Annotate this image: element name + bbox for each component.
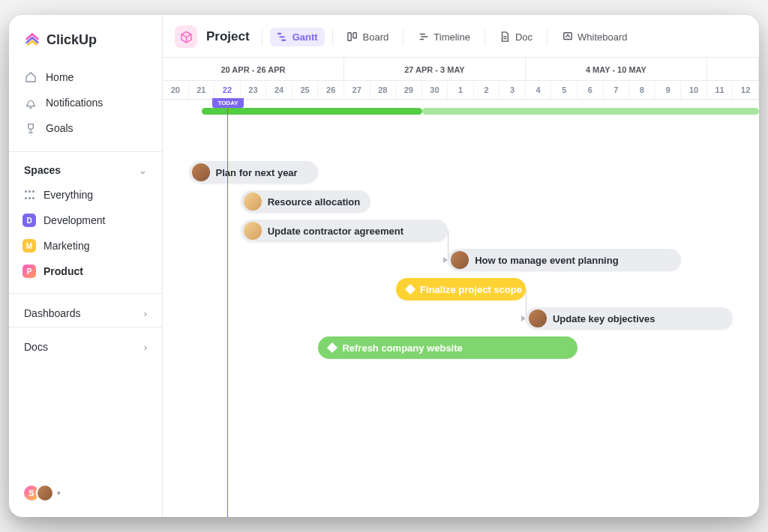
chevron-right-icon: ›: [144, 308, 147, 319]
grid-dots-icon: [22, 188, 36, 202]
sidebar-docs[interactable]: Docs ›: [9, 327, 162, 360]
task-bar[interactable]: Refresh company website: [318, 336, 578, 359]
today-line: [227, 108, 228, 517]
board-icon: [347, 31, 358, 43]
view-header: Project Gantt Board Timeline Doc: [163, 15, 759, 58]
docs-label: Docs: [24, 341, 136, 353]
avatar: [529, 309, 547, 327]
avatar: [244, 193, 262, 211]
view-label: Board: [363, 31, 389, 43]
task-label: Refresh company website: [342, 342, 462, 354]
week-label: 27 APR - 3 MAY: [344, 58, 526, 80]
day-cell[interactable]: 27: [344, 81, 370, 99]
today-pill: TODAY: [212, 98, 243, 108]
day-cell[interactable]: 9: [656, 81, 682, 99]
svg-rect-2: [281, 40, 286, 41]
space-label: Product: [44, 265, 83, 277]
chevron-right-icon: ›: [144, 342, 147, 353]
svg-rect-3: [348, 33, 351, 41]
day-cell[interactable]: 4: [526, 81, 552, 99]
space-badge: P: [22, 265, 36, 278]
view-doc[interactable]: Doc: [493, 28, 539, 46]
app-window: ClickUp Home Notifications Goals Spaces …: [9, 15, 759, 517]
sidebar-item-product[interactable]: P Product: [9, 259, 162, 284]
task-label: How to manage event planning: [475, 255, 618, 266]
spaces-header[interactable]: Spaces ⌄: [9, 151, 162, 182]
day-cell[interactable]: 24: [266, 81, 292, 99]
nav-goals[interactable]: Goals: [16, 115, 154, 141]
view-gantt[interactable]: Gantt: [270, 28, 325, 46]
day-cell[interactable]: 5: [551, 81, 578, 99]
main-panel: Project Gantt Board Timeline Doc: [163, 15, 759, 517]
task-bar[interactable]: Update key objectives: [526, 307, 734, 330]
gantt-icon: [277, 31, 288, 43]
view-whiteboard[interactable]: Whiteboard: [555, 28, 634, 46]
view-label: Timeline: [434, 31, 470, 43]
progress-band-active: [202, 108, 422, 115]
week-label: 4 MAY - 10 MAY: [526, 58, 707, 80]
svg-rect-0: [278, 33, 281, 34]
primary-nav: Home Notifications Goals: [9, 61, 162, 144]
task-bar[interactable]: How to manage event planning: [448, 249, 681, 271]
day-cell[interactable]: 12: [733, 81, 759, 99]
view-label: Whiteboard: [578, 31, 627, 43]
divider: [403, 28, 404, 45]
view-timeline[interactable]: Timeline: [411, 28, 477, 46]
day-cell[interactable]: 7: [604, 81, 630, 99]
day-cell[interactable]: 23: [241, 81, 267, 99]
nav-label: Home: [46, 71, 74, 83]
sidebar-dashboards[interactable]: Dashboards ›: [9, 293, 162, 327]
week-label: [707, 58, 759, 80]
week-label: 20 APR - 26 APR: [163, 58, 344, 80]
day-cell[interactable]: 11: [707, 81, 734, 99]
day-cell[interactable]: 3: [500, 81, 526, 99]
task-label: Resource allocation: [268, 196, 361, 208]
task-bar[interactable]: Finalize project scope: [396, 278, 526, 300]
nav-label: Notifications: [46, 97, 103, 109]
milestone-icon: [405, 284, 416, 294]
svg-rect-1: [280, 36, 285, 37]
space-badge: M: [22, 239, 36, 253]
chevron-down-icon: ▾: [57, 489, 61, 497]
divider: [332, 28, 333, 45]
divider: [262, 28, 262, 45]
day-cell[interactable]: 29: [396, 81, 422, 99]
gantt-stage[interactable]: 20 APR - 26 APR27 APR - 3 MAY4 MAY - 10 …: [163, 58, 759, 517]
day-cell[interactable]: 30: [422, 81, 448, 99]
day-cell[interactable]: 6: [578, 81, 604, 99]
day-cell[interactable]: 21: [189, 81, 215, 99]
day-cell[interactable]: 26: [318, 81, 344, 99]
progress-band-remaining: [422, 108, 759, 115]
nav-notifications[interactable]: Notifications: [16, 90, 154, 115]
trophy-icon: [24, 121, 38, 135]
weeks-row: 20 APR - 26 APR27 APR - 3 MAY4 MAY - 10 …: [163, 58, 759, 81]
day-cell[interactable]: 25: [292, 81, 319, 99]
day-cell[interactable]: 28: [370, 81, 397, 99]
avatar: [451, 251, 469, 269]
sidebar-item-everything[interactable]: Everything: [9, 182, 162, 208]
sidebar-item-marketing[interactable]: M Marketing: [9, 233, 162, 259]
day-cell[interactable]: 10: [681, 81, 707, 99]
project-title: Project: [206, 29, 250, 44]
user-avatars[interactable]: S ▾: [9, 484, 162, 517]
view-board[interactable]: Board: [340, 28, 396, 46]
divider: [484, 28, 485, 45]
task-bar[interactable]: Resource allocation: [241, 190, 370, 213]
day-cell[interactable]: 2: [474, 81, 500, 99]
svg-rect-5: [563, 33, 572, 40]
clickup-logo-icon: [24, 31, 40, 48]
day-cell[interactable]: 20: [163, 81, 189, 99]
day-cell[interactable]: 22: [214, 81, 241, 99]
task-bar[interactable]: Update contractor agreement: [241, 220, 448, 242]
nav-home[interactable]: Home: [16, 64, 154, 90]
sidebar-item-development[interactable]: D Development: [9, 208, 162, 233]
task-bar[interactable]: Plan for next year: [189, 161, 319, 184]
day-cell[interactable]: 8: [629, 81, 656, 99]
sidebar: ClickUp Home Notifications Goals Spaces …: [9, 15, 163, 517]
view-label: Doc: [515, 31, 532, 43]
logo: ClickUp: [9, 15, 162, 61]
space-badge: D: [22, 214, 36, 227]
avatar: [36, 484, 54, 502]
day-cell[interactable]: 1: [448, 81, 474, 99]
task-label: Finalize project scope: [420, 284, 522, 295]
